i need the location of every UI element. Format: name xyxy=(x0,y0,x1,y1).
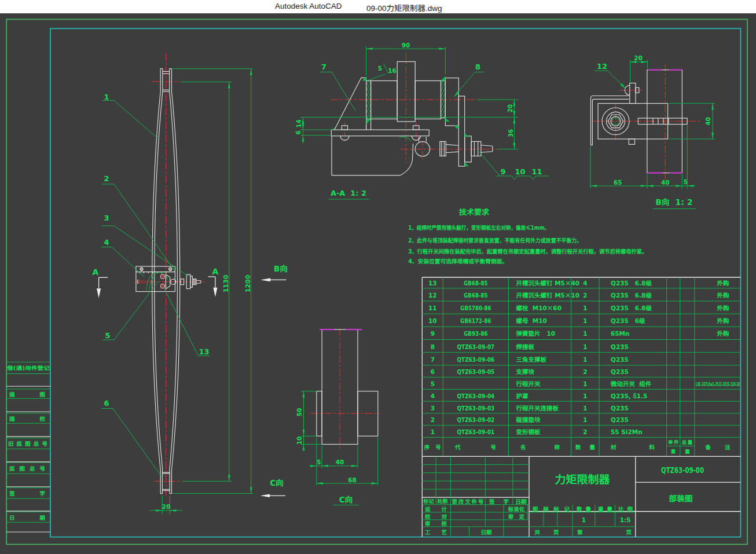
bom-cell: 5 xyxy=(431,379,435,388)
bom-cell: 微动开关 组件 xyxy=(610,379,652,388)
bom-cell: 1 xyxy=(583,379,587,388)
balloon-number: 9 xyxy=(500,166,505,177)
leader-line xyxy=(114,101,158,139)
dim-arrow xyxy=(317,482,323,485)
dim-arrow xyxy=(228,82,230,89)
bom-cell: 行程开关 xyxy=(516,379,541,388)
margin-note-label: 日期 xyxy=(9,513,45,522)
balloon-number: 8 xyxy=(475,61,480,72)
hatch-pattern xyxy=(425,81,463,118)
bom-cell: Q235 6.8级 xyxy=(611,278,652,287)
leader-line xyxy=(163,287,199,356)
bom-cell: 6 xyxy=(431,367,435,376)
section-letter: A xyxy=(212,265,219,277)
bom-cell: LXC-337LXw1-2512-3523-120-10 xyxy=(696,380,740,388)
bom-cell: 2 xyxy=(583,367,587,376)
view-arrow-head xyxy=(260,494,270,498)
margin-note-label: 描校 xyxy=(9,414,45,423)
view-label: A-A 1: 2 xyxy=(331,187,366,198)
tech-requirements: 技术要求 1、组焊时严禁用锤头敲打，变形钢板左右对称，偏差≤1mm。 2、此件与… xyxy=(408,206,647,265)
dim-text: 68 xyxy=(348,475,357,484)
box-top-plate xyxy=(331,130,429,136)
balloon-number: 2 xyxy=(104,173,109,184)
bom-cell: GB6172-86 xyxy=(460,316,491,325)
balloon-number: 7 xyxy=(321,61,326,72)
dim-arrow xyxy=(351,465,358,467)
bom-cell: 11 xyxy=(428,303,437,312)
margin-note-label: 旧底图总号 xyxy=(8,439,47,447)
bom-cell: Q235 xyxy=(611,342,629,351)
bom-cell: Q235 6.8级 xyxy=(611,291,652,299)
dim-text: 5 xyxy=(317,457,321,466)
nut xyxy=(471,141,481,156)
dim-arrow xyxy=(513,143,516,149)
bom-cell: 外购 xyxy=(717,303,729,312)
cover-curve xyxy=(400,144,413,175)
drawing-svg: 借(通)用件登记 描图 描校 旧底图总号 底图总号 签字 日期 1130 120… xyxy=(0,13,756,554)
bom-cell: 2 xyxy=(431,415,435,424)
tech-title: 技术要求 xyxy=(459,206,490,217)
support-plate xyxy=(445,78,458,126)
leader-line xyxy=(332,72,355,111)
bom-cell: 1 xyxy=(583,415,587,424)
weld-size: 5 xyxy=(378,64,382,72)
bom-header: 重量 xyxy=(671,447,690,454)
tb-label: 共 xyxy=(535,528,541,536)
bom-cell: QTZ63-09-03 xyxy=(457,403,494,412)
view-arrow-label: B向 xyxy=(274,262,288,274)
dim-arrow xyxy=(676,185,682,187)
section-arrow xyxy=(213,288,217,297)
hatch-line xyxy=(430,81,446,118)
tb-value: 1 xyxy=(582,515,586,524)
view-label: C向 xyxy=(339,493,353,505)
bom-header: 总量 xyxy=(682,438,693,445)
dim-text: 36 xyxy=(506,129,515,137)
tab-plate xyxy=(630,83,636,104)
bom-cell: 外购 xyxy=(717,329,729,337)
dim-text: 40 xyxy=(661,178,670,186)
hatch-line xyxy=(443,81,460,118)
dim-arrow xyxy=(590,185,597,187)
bom-cell: 4 xyxy=(583,278,587,287)
bom-cell: 变形钢板 xyxy=(516,427,541,436)
balloon-number: 5 xyxy=(105,329,110,340)
dim-text: 20 xyxy=(634,53,643,62)
triangle-plate xyxy=(335,78,366,130)
bom-cell: Q235 xyxy=(611,367,629,376)
section-arrow xyxy=(97,288,101,298)
dim-arrow xyxy=(302,135,304,142)
view-label: B向 1: 2 xyxy=(656,196,693,207)
app-title: Autodesk AutoCAD xyxy=(275,2,342,10)
bom-cell: 7 xyxy=(431,355,435,364)
leader-line xyxy=(478,150,500,176)
bom-cell: 1 xyxy=(583,303,587,312)
bom-cell: 支撑块 xyxy=(516,367,535,376)
balloon-number: 13 xyxy=(199,346,209,357)
bom-cell: 1 xyxy=(583,403,587,412)
drawing-canvas[interactable]: 借(通)用件登记 描图 描校 旧底图总号 底图总号 签字 日期 1130 120… xyxy=(0,13,756,554)
dim-arrow xyxy=(250,69,252,75)
margin-note-label: 描图 xyxy=(9,390,45,398)
tech-item: 1、组焊时严禁用锤头敲打，变形钢板左右对称，偏差≤1mm。 xyxy=(408,223,549,232)
bom-cell: 开槽沉头螺钉 M5×10 xyxy=(516,291,580,299)
bom-cell: 1 xyxy=(431,427,435,436)
balloon-number: 3 xyxy=(104,212,109,223)
bom-header: 备注 xyxy=(705,443,731,451)
bom-cell: 4 xyxy=(431,391,435,400)
bom-cell: 外购 xyxy=(717,291,729,299)
dim-arrow xyxy=(372,482,378,485)
weld-mark xyxy=(454,126,458,130)
balloon-number: 4 xyxy=(104,236,109,247)
tb-label: 标准化 xyxy=(508,505,525,513)
dim-arrow xyxy=(170,509,177,512)
bom-cell: Q235 xyxy=(611,415,629,424)
hatch-line xyxy=(436,81,453,118)
hatch-line xyxy=(441,81,457,118)
bom-cell: 1 xyxy=(583,355,587,364)
dim-text: 20 xyxy=(162,502,171,511)
dim-text: 14 xyxy=(294,120,303,128)
window-titlebar[interactable]: Autodesk AutoCAD 09-00力矩限制器.dwg xyxy=(0,0,756,13)
tb-label: 审定 xyxy=(508,512,525,520)
weld-mark xyxy=(366,119,371,125)
lever-aa xyxy=(399,137,412,141)
